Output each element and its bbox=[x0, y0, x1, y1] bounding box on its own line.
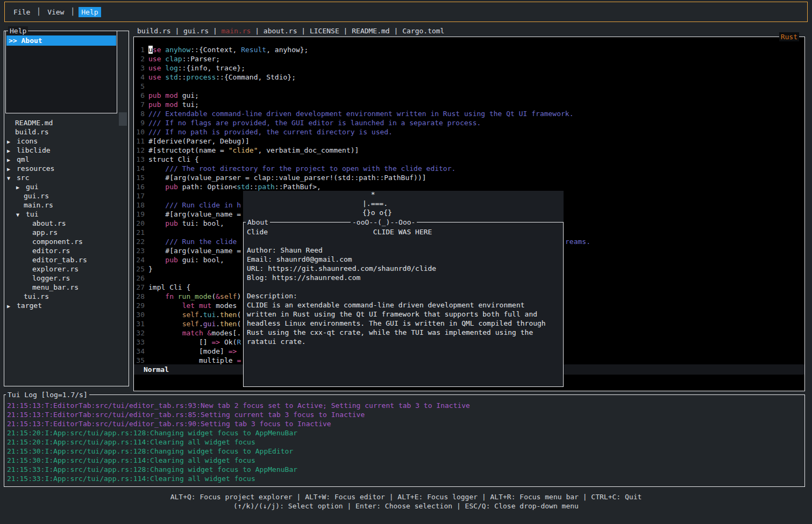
log-entry: 21:15:30:I:App:src/tui/app.rs:128:Changi… bbox=[7, 447, 803, 456]
tree-item-menu_bar.rs[interactable]: menu_bar.rs bbox=[4, 283, 127, 292]
tree-item-label: gui bbox=[26, 183, 38, 191]
code-text: #[arg(value_name = bbox=[148, 210, 241, 219]
chevron-right-icon: ▶ bbox=[7, 302, 17, 311]
code-text: /// Run clide in h bbox=[148, 200, 241, 210]
tree-item-label: about.rs bbox=[32, 219, 66, 227]
file-tree: README.mdbuild.rs▶icons▶libclide▶qml▶res… bbox=[4, 118, 127, 310]
menu-bar: File│View│Help bbox=[4, 2, 808, 22]
code-text: /// Extendable command-line driven devel… bbox=[148, 109, 574, 118]
code-overflow-fragment: reams. bbox=[565, 237, 590, 246]
tab-about.rs[interactable]: about.rs bbox=[263, 27, 297, 35]
editor-mode-label: Normal bbox=[144, 365, 169, 374]
about-dialog-box: About -ooO--(_)--Ooo- Clide CLIDE WAS HE… bbox=[243, 222, 564, 387]
about-ascii-art-border: -ooO--(_)--Ooo- bbox=[351, 218, 417, 227]
tree-item-main.rs[interactable]: main.rs bbox=[4, 200, 127, 210]
line-number: 16 bbox=[134, 182, 145, 191]
menu-item-view[interactable]: View bbox=[45, 7, 67, 17]
tree-item-README.md[interactable]: README.md bbox=[4, 118, 127, 127]
tree-item-editor_tab.rs[interactable]: editor_tab.rs bbox=[4, 255, 127, 264]
menu-separator: │ bbox=[37, 7, 41, 17]
tree-item-build.rs[interactable]: build.rs bbox=[4, 127, 127, 137]
tree-item-label: menu_bar.rs bbox=[32, 283, 79, 291]
explorer-scrollbar-thumb[interactable] bbox=[119, 112, 127, 126]
menu-separator: │ bbox=[70, 7, 75, 17]
tree-item-logger.rs[interactable]: logger.rs bbox=[4, 274, 127, 283]
code-text: /// If no flags are provided, the GUI ed… bbox=[148, 118, 481, 127]
tab-build.rs[interactable]: build.rs bbox=[137, 27, 171, 35]
status-line-2: (↑/k)/(↓/j): Select option | Enter: Choo… bbox=[0, 501, 812, 511]
line-number: 27 bbox=[134, 283, 145, 292]
line-number: 6 bbox=[134, 91, 145, 100]
tree-item-editor.rs[interactable]: editor.rs bbox=[4, 246, 127, 255]
line-number: 2 bbox=[134, 54, 145, 63]
menu-item-file[interactable]: File bbox=[11, 7, 33, 17]
code-line: 8/// Extendable command-line driven deve… bbox=[134, 109, 804, 118]
tab-separator: | bbox=[297, 27, 309, 35]
code-text: #[arg(value_name = bbox=[148, 246, 241, 255]
about-text-line: written in Rust using the Qt UI framewor… bbox=[247, 310, 561, 319]
tree-item-tui.rs[interactable]: tui.rs bbox=[4, 292, 127, 301]
code-text: use anyhow::{Context, Result, anyhow}; bbox=[148, 45, 308, 54]
tab-LICENSE[interactable]: LICENSE bbox=[310, 27, 339, 35]
tree-item-explorer.rs[interactable]: explorer.rs bbox=[4, 264, 127, 274]
line-number: 29 bbox=[134, 301, 145, 310]
code-line: 16 pub path: Option<std::path::PathBuf>, bbox=[134, 182, 804, 191]
tui-log-title: Tui Log [log=1.7/s] bbox=[6, 390, 89, 399]
code-text: impl Cli { bbox=[148, 283, 190, 292]
tree-item-label: README.md bbox=[15, 119, 53, 127]
tab-gui.rs[interactable]: gui.rs bbox=[183, 27, 209, 35]
tree-item-label: qml bbox=[17, 155, 29, 163]
code-text: pub path: Option<std::path::PathBuf>, bbox=[148, 182, 321, 191]
tree-item-tui[interactable]: ▼tui bbox=[4, 210, 127, 219]
chevron-right-icon: ▶ bbox=[7, 164, 17, 174]
tree-item-libclide[interactable]: ▶libclide bbox=[4, 146, 127, 155]
tree-item-gui.rs[interactable]: gui.rs bbox=[4, 191, 127, 200]
tree-item-gui[interactable]: ▶gui bbox=[4, 182, 127, 191]
line-number: 26 bbox=[134, 274, 145, 283]
tree-item-label: editor_tab.rs bbox=[32, 256, 87, 264]
about-ascii-art: * |.===. {}o o{} bbox=[362, 190, 392, 217]
help-dropdown-menu: Help >> About bbox=[5, 31, 117, 113]
tab-separator: | bbox=[251, 27, 263, 35]
tree-item-target[interactable]: ▶target bbox=[4, 301, 127, 310]
line-number: 21 bbox=[134, 228, 145, 237]
about-content: Clide CLIDE WAS HERE Author: Shaun ReedE… bbox=[247, 227, 561, 346]
about-text-line: Rust using the cxx-qt crate, while the T… bbox=[247, 328, 561, 337]
about-text-line: URL: https://git.shaunreed.com/shaunrd0/… bbox=[247, 264, 561, 273]
code-text: pub mod gui; bbox=[148, 91, 199, 100]
tab-separator: | bbox=[209, 27, 221, 35]
log-entry: 21:15:33:I:App:src/tui/app.rs:128:Changi… bbox=[7, 465, 803, 474]
log-entries: 21:15:13:T:EditorTab:src/tui/editor_tab.… bbox=[7, 401, 803, 483]
tree-item-label: libclide bbox=[17, 146, 51, 154]
tree-item-app.rs[interactable]: app.rs bbox=[4, 228, 127, 237]
menu-item-about[interactable]: >> About bbox=[6, 35, 116, 46]
code-text: use log::{info, trace}; bbox=[148, 63, 245, 73]
tab-separator: | bbox=[339, 27, 352, 35]
line-number: 1 bbox=[134, 45, 145, 54]
log-entry: 21:15:33:I:App:src/tui/app.rs:114:Cleari… bbox=[7, 474, 803, 483]
about-text-line: Clide CLIDE WAS HERE bbox=[247, 227, 561, 236]
code-text: /// Run the clide bbox=[148, 237, 241, 246]
tab-main.rs[interactable]: main.rs bbox=[222, 27, 251, 35]
menu-item-help[interactable]: Help bbox=[79, 7, 101, 17]
code-text: #[derive(Parser, Debug)] bbox=[148, 137, 250, 146]
tree-item-about.rs[interactable]: about.rs bbox=[4, 219, 127, 228]
about-text-line: headless Linux environments. The GUI is … bbox=[247, 319, 561, 328]
tree-item-src[interactable]: ▼src bbox=[4, 173, 127, 182]
line-number: 12 bbox=[134, 146, 145, 155]
tree-item-component.rs[interactable]: component.rs bbox=[4, 237, 127, 246]
tree-item-icons[interactable]: ▶icons bbox=[4, 137, 127, 146]
line-number: 22 bbox=[134, 237, 145, 246]
line-number: 11 bbox=[134, 137, 145, 146]
tree-item-resources[interactable]: ▶resources bbox=[4, 164, 127, 173]
code-line: 14 /// The root directory for the projec… bbox=[134, 164, 804, 173]
line-number: 10 bbox=[134, 127, 145, 137]
line-number: 32 bbox=[134, 328, 145, 338]
tab-README.md[interactable]: README.md bbox=[352, 27, 389, 35]
tree-item-qml[interactable]: ▶qml bbox=[4, 155, 127, 164]
code-text: use clap::Parser; bbox=[148, 54, 220, 63]
status-bar: ALT+Q: Focus project explorer | ALT+W: F… bbox=[0, 492, 812, 511]
code-line: 15 #[arg(value_parser = clap::value_pars… bbox=[134, 173, 804, 182]
tab-Cargo.toml[interactable]: Cargo.toml bbox=[402, 27, 444, 35]
code-line: 4use std::process::{Command, Stdio}; bbox=[134, 73, 804, 82]
